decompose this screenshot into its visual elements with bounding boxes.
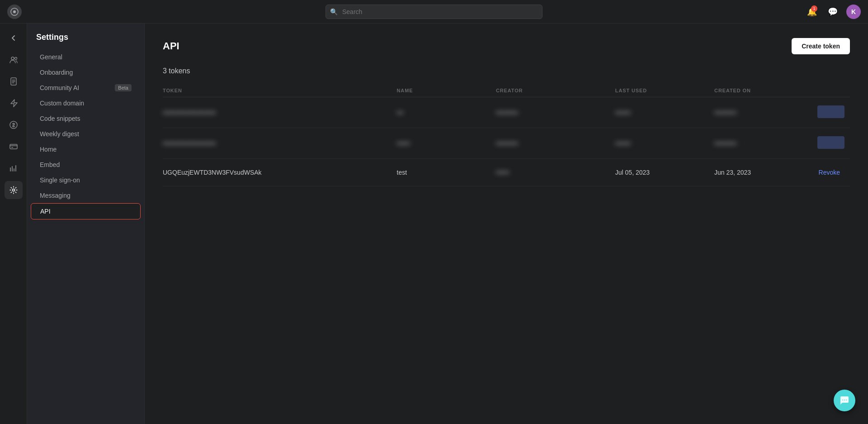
settings-title: Settings: [27, 33, 144, 49]
table-row: •••••••••••••••••••••••• ••• •••••••••• …: [163, 97, 850, 128]
name-cell-1: ••••••: [397, 128, 496, 159]
last-used-cell-1: •••••••: [615, 128, 714, 159]
tokens-count: 3 tokens: [163, 67, 850, 75]
col-header-token: TOKEN: [163, 84, 397, 97]
sidebar-back-button[interactable]: [5, 29, 23, 47]
settings-sidebar: Settings General Onboarding Community AI…: [27, 24, 145, 424]
created-on-cell-0: ••••••••••: [714, 97, 814, 128]
svg-point-9: [842, 400, 843, 400]
notification-badge: 1: [811, 5, 817, 12]
action-cell-2: Revoke: [814, 159, 850, 186]
chat-button[interactable]: 💬: [826, 5, 840, 19]
name-cell-0: •••: [397, 97, 496, 128]
topbar: 🔍 🔔 1 💬 K: [0, 0, 868, 24]
action-cell-1: [814, 128, 850, 159]
creator-cell-1: ••••••••••: [496, 128, 615, 159]
last-used-cell-0: •••••••: [615, 97, 714, 128]
sidebar-chart-icon[interactable]: [5, 159, 23, 177]
beta-badge: Beta: [115, 84, 132, 91]
content-header: API Create token: [163, 38, 850, 54]
search-icon: 🔍: [330, 8, 338, 15]
sidebar-item-code-snippets[interactable]: Code snippets: [31, 111, 141, 126]
sidebar-document-icon[interactable]: [5, 72, 23, 91]
name-cell-2: test: [397, 159, 496, 186]
main-layout: Settings General Onboarding Community AI…: [0, 24, 868, 424]
chat-support-button[interactable]: [834, 390, 855, 411]
svg-rect-7: [11, 147, 13, 148]
col-header-action: [814, 84, 850, 97]
content-area: API Create token 3 tokens TOKEN NAME CRE…: [145, 24, 868, 424]
col-header-creator: CREATOR: [496, 84, 615, 97]
creator-cell-2: ••••••: [496, 159, 615, 186]
token-cell-0: ••••••••••••••••••••••••: [163, 97, 397, 128]
table-row: UGQEuzjEWTD3NW3FVsudWSAk test •••••• Jul…: [163, 159, 850, 186]
svg-point-3: [14, 57, 17, 60]
creator-cell-0: ••••••••••: [496, 97, 615, 128]
table-header-row: TOKEN NAME CREATOR LAST USED CREATED ON: [163, 84, 850, 97]
sidebar-item-single-sign-on[interactable]: Single sign-on: [31, 172, 141, 188]
token-cell-1: ••••••••••••••••••••••••: [163, 128, 397, 159]
created-on-cell-2: Jun 23, 2023: [714, 159, 814, 186]
sidebar-item-general[interactable]: General: [31, 49, 141, 65]
icon-sidebar: [0, 24, 27, 424]
svg-point-1: [13, 10, 16, 13]
action-cell-0: [814, 97, 850, 128]
col-header-name: NAME: [397, 84, 496, 97]
table-row: •••••••••••••••••••••••• •••••• ••••••••…: [163, 128, 850, 159]
col-header-created-on: CREATED ON: [714, 84, 814, 97]
svg-point-8: [12, 189, 14, 191]
sidebar-item-weekly-digest[interactable]: Weekly digest: [31, 126, 141, 142]
blurred-action-0: [817, 105, 844, 118]
search-input[interactable]: [326, 5, 542, 19]
created-on-cell-1: ••••••••••: [714, 128, 814, 159]
svg-rect-6: [10, 144, 17, 149]
create-token-button[interactable]: Create token: [792, 38, 850, 54]
svg-point-11: [846, 400, 847, 400]
sidebar-item-messaging[interactable]: Messaging: [31, 188, 141, 203]
sidebar-card-icon[interactable]: [5, 138, 23, 156]
sidebar-people-icon[interactable]: [5, 51, 23, 69]
svg-point-2: [11, 57, 14, 60]
sidebar-item-api[interactable]: API: [31, 203, 141, 219]
sidebar-lightning-icon[interactable]: [5, 94, 23, 112]
sidebar-item-custom-domain[interactable]: Custom domain: [31, 95, 141, 111]
sidebar-item-embed[interactable]: Embed: [31, 157, 141, 172]
avatar[interactable]: K: [846, 5, 861, 19]
blurred-action-1: [817, 136, 844, 149]
sidebar-item-onboarding[interactable]: Onboarding: [31, 65, 141, 80]
token-table: TOKEN NAME CREATOR LAST USED CREATED ON …: [163, 84, 850, 186]
sidebar-item-home[interactable]: Home: [31, 142, 141, 157]
app-logo[interactable]: [7, 5, 22, 19]
search-bar: 🔍: [326, 5, 542, 19]
last-used-cell-2: Jul 05, 2023: [615, 159, 714, 186]
svg-point-10: [844, 400, 845, 400]
topbar-right: 🔔 1 💬 K: [805, 5, 861, 19]
sidebar-item-community-ai[interactable]: Community AI Beta: [31, 80, 141, 95]
topbar-left: [7, 5, 22, 19]
sidebar-settings-icon[interactable]: [5, 181, 23, 199]
col-header-last-used: LAST USED: [615, 84, 714, 97]
sidebar-dollar-icon[interactable]: [5, 116, 23, 134]
page-title: API: [163, 40, 179, 52]
token-cell-2: UGQEuzjEWTD3NW3FVsudWSAk: [163, 159, 397, 186]
notification-button[interactable]: 🔔 1: [805, 5, 819, 19]
revoke-button-2[interactable]: Revoke: [814, 167, 844, 178]
